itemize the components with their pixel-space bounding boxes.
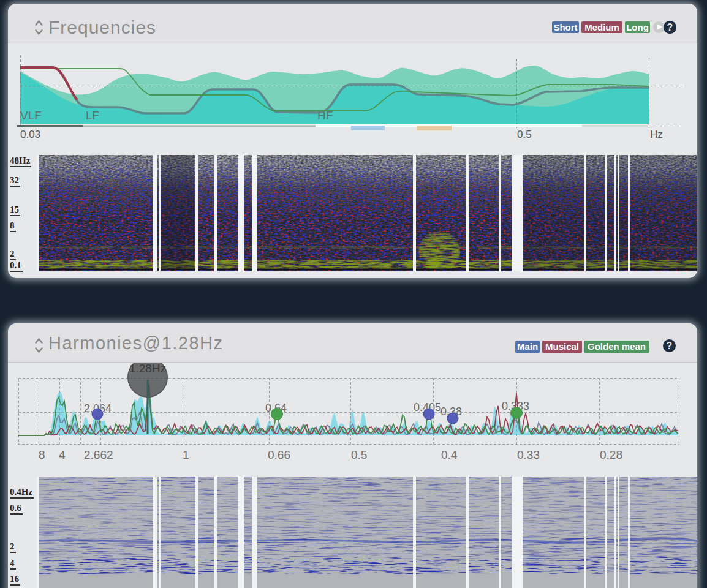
svg-text:1.28Hz: 1.28Hz bbox=[129, 363, 166, 375]
